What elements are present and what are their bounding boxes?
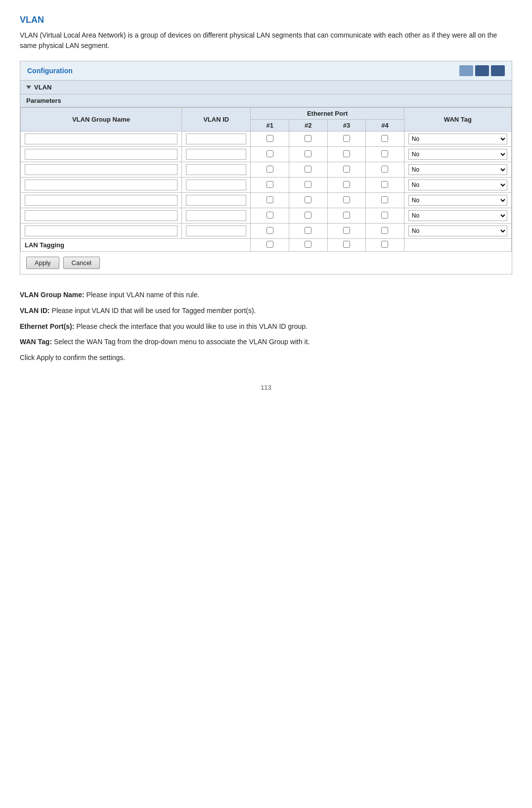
col-header-eth-port: Ethernet Port [251, 108, 404, 120]
row-0-wan-tag-select[interactable]: NoYes [408, 134, 507, 144]
row-5-eth3 [327, 208, 366, 224]
row-3-eth4-checkbox[interactable] [381, 181, 388, 188]
row-5-eth2-checkbox[interactable] [305, 212, 311, 219]
row-1-wan-tag-select[interactable]: NoYes [408, 149, 507, 160]
row-2-eth1-checkbox[interactable] [266, 166, 273, 173]
config-header: Configuration [20, 61, 512, 81]
row-3-eth3 [327, 178, 366, 193]
lan-tagging-eth1-checkbox[interactable] [266, 241, 273, 248]
row-0-eth2-checkbox[interactable] [305, 135, 311, 142]
row-4-eth1-checkbox[interactable] [266, 196, 273, 203]
table-row: NoYes [21, 132, 512, 147]
row-2-eth3 [327, 162, 366, 178]
row-3-wan-tag-select[interactable]: NoYes [408, 180, 507, 190]
row-2-eth4-checkbox[interactable] [381, 166, 388, 173]
vlan-section-label: VLAN [34, 84, 51, 91]
row-5-wan-tag: NoYes [404, 208, 511, 224]
row-3-vlan-id [181, 178, 251, 193]
row-4-eth3 [327, 193, 366, 208]
lan-tagging-eth4-checkbox[interactable] [381, 241, 388, 248]
row-6-eth4-checkbox[interactable] [381, 227, 388, 234]
row-3-eth2-checkbox[interactable] [305, 181, 311, 188]
row-2-group-name-input[interactable] [25, 164, 177, 175]
row-3-eth1-checkbox[interactable] [266, 181, 273, 188]
row-0-vlan-id-input[interactable] [186, 134, 247, 144]
row-0-eth1-checkbox[interactable] [266, 135, 273, 142]
row-1-eth2-checkbox[interactable] [305, 150, 311, 157]
row-1-group-name [21, 147, 182, 162]
row-1-vlan-id-input[interactable] [186, 149, 247, 160]
doc-eth-port-bold: Ethernet Port(s): [20, 322, 74, 330]
row-2-wan-tag-select[interactable]: NoYes [408, 164, 507, 175]
row-5-group-name [21, 208, 182, 224]
row-4-vlan-id [181, 193, 251, 208]
row-4-eth3-checkbox[interactable] [343, 196, 350, 203]
row-1-group-name-input[interactable] [25, 149, 177, 160]
row-2-wan-tag: NoYes [404, 162, 511, 178]
row-3-vlan-id-input[interactable] [186, 180, 247, 190]
row-6-eth2 [289, 224, 328, 239]
doc-eth-port: Ethernet Port(s): Please check the inter… [20, 321, 512, 333]
row-3-group-name-input[interactable] [25, 180, 177, 190]
cancel-button[interactable]: Cancel [63, 257, 100, 269]
row-2-vlan-id-input[interactable] [186, 164, 247, 175]
row-0-eth2 [289, 132, 328, 147]
row-4-eth4-checkbox[interactable] [381, 196, 388, 203]
row-4-eth1 [251, 193, 289, 208]
row-0-eth4-checkbox[interactable] [381, 135, 388, 142]
row-5-vlan-id [181, 208, 251, 224]
row-2-eth1 [251, 162, 289, 178]
row-6-eth2-checkbox[interactable] [305, 227, 311, 234]
collapse-icon[interactable] [26, 86, 31, 89]
row-2-eth3-checkbox[interactable] [343, 166, 350, 173]
row-6-eth3-checkbox[interactable] [343, 227, 350, 234]
button-row: Apply Cancel [20, 252, 512, 274]
row-1-eth4-checkbox[interactable] [381, 150, 388, 157]
row-4-wan-tag-select[interactable]: NoYes [408, 195, 507, 206]
row-6-wan-tag-select[interactable]: NoYes [408, 225, 507, 236]
row-6-group-name-input[interactable] [25, 225, 177, 236]
page-description: VLAN (Virtual Local Area Network) is a g… [20, 30, 512, 51]
doc-group-name: VLAN Group Name: Please input VLAN name … [20, 289, 512, 301]
row-4-vlan-id-input[interactable] [186, 195, 247, 206]
table-row: NoYes [21, 147, 512, 162]
row-1-eth1-checkbox[interactable] [266, 150, 273, 157]
doc-wan-tag-bold: WAN Tag: [20, 338, 52, 346]
row-5-group-name-input[interactable] [25, 210, 177, 221]
config-header-icons [459, 65, 505, 76]
row-1-eth3-checkbox[interactable] [343, 150, 350, 157]
lan-tagging-row: LAN Tagging [21, 239, 512, 252]
row-5-eth1-checkbox[interactable] [266, 212, 273, 219]
row-5-wan-tag-select[interactable]: NoYes [408, 210, 507, 221]
lan-tagging-eth2-checkbox[interactable] [305, 241, 311, 248]
doc-click-apply: Click Apply to confirm the settings. [20, 352, 512, 364]
row-6-vlan-id-input[interactable] [186, 225, 247, 236]
table-row: NoYes [21, 224, 512, 239]
row-5-vlan-id-input[interactable] [186, 210, 247, 221]
row-0-group-name-input[interactable] [25, 134, 177, 144]
row-4-eth4 [366, 193, 404, 208]
row-4-eth2-checkbox[interactable] [305, 196, 311, 203]
doc-eth-port-text: Please check the interface that you woul… [74, 322, 308, 330]
row-1-eth2 [289, 147, 328, 162]
row-2-eth2-checkbox[interactable] [305, 166, 311, 173]
row-6-group-name [21, 224, 182, 239]
row-1-eth1 [251, 147, 289, 162]
row-0-eth3-checkbox[interactable] [343, 135, 350, 142]
row-6-eth1-checkbox[interactable] [266, 227, 273, 234]
row-5-eth4-checkbox[interactable] [381, 212, 388, 219]
row-2-group-name [21, 162, 182, 178]
row-3-wan-tag: NoYes [404, 178, 511, 193]
apply-button[interactable]: Apply [26, 257, 59, 269]
row-6-eth3 [327, 224, 366, 239]
row-3-eth3-checkbox[interactable] [343, 181, 350, 188]
row-5-eth3-checkbox[interactable] [343, 212, 350, 219]
col-header-eth2: #2 [289, 120, 328, 132]
header-icon-1 [459, 65, 473, 76]
row-5-eth2 [289, 208, 328, 224]
row-4-group-name-input[interactable] [25, 195, 177, 206]
table-row: NoYes [21, 178, 512, 193]
lan-tagging-eth3-checkbox[interactable] [343, 241, 350, 248]
config-header-title: Configuration [27, 67, 73, 75]
vlan-table: VLAN Group Name VLAN ID Ethernet Port WA… [20, 107, 512, 252]
